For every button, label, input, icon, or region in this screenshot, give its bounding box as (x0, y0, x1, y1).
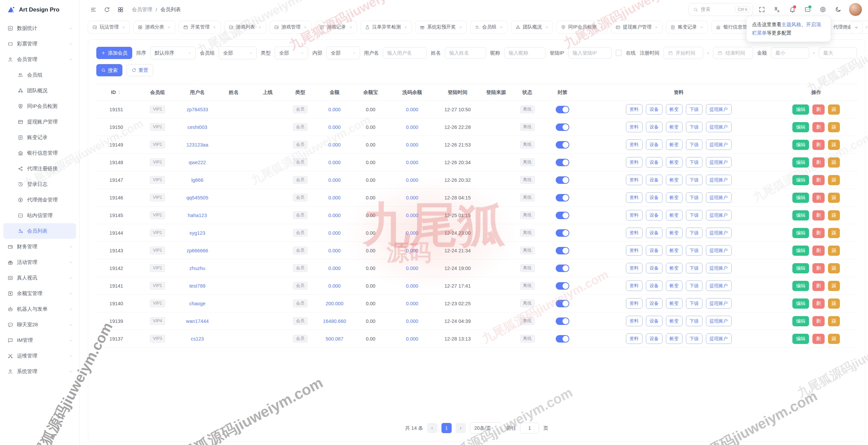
translate-icon[interactable]: 文A (771, 3, 784, 16)
sidebar-item-19[interactable]: 聊天室28 (3, 317, 76, 332)
username-link[interactable]: qq545505 (186, 195, 209, 200)
delete-button[interactable]: 删 (812, 334, 825, 344)
kick-button[interactable]: 踢 (828, 298, 840, 309)
withdraw-account-button[interactable]: 提现账户 (706, 122, 732, 132)
wash-amount[interactable]: 0.000 (406, 124, 418, 130)
sort-select[interactable]: 默认排序 (150, 46, 196, 59)
tab-close-icon[interactable] (258, 25, 262, 29)
delete-button[interactable]: 删 (812, 228, 825, 238)
balance-amount[interactable]: 500.087 (326, 336, 343, 342)
withdraw-account-button[interactable]: 提现账户 (706, 245, 732, 256)
amount-min-input[interactable] (771, 47, 809, 59)
tab-close-icon[interactable] (404, 25, 408, 29)
profile-button[interactable]: 资料 (626, 298, 643, 309)
delete-button[interactable]: 删 (812, 246, 825, 256)
wash-amount[interactable]: 0.000 (406, 301, 418, 306)
username-link[interactable]: zhuzhu (190, 266, 205, 271)
sidebar-item-8[interactable]: 银行信息管理 (3, 145, 76, 161)
balance-amount[interactable]: 0.000 (328, 142, 340, 148)
ban-toggle[interactable] (556, 335, 569, 343)
subordinate-button[interactable]: 下级 (686, 210, 703, 220)
tab-close-icon[interactable] (213, 25, 216, 29)
sidebar-item-18[interactable]: 机器人与发单 (3, 301, 76, 317)
amount-max-input[interactable] (819, 47, 857, 59)
ban-toggle[interactable] (556, 212, 569, 219)
kick-button[interactable]: 踢 (828, 104, 840, 115)
sidebar-item-2[interactable]: 会员管理 (3, 52, 76, 67)
kick-button[interactable]: 踢 (828, 157, 840, 168)
withdraw-account-button[interactable]: 提现账户 (706, 316, 732, 326)
account-change-button[interactable]: 帐变 (666, 192, 683, 203)
tab-close-icon[interactable] (167, 25, 171, 29)
subordinate-button[interactable]: 下级 (686, 175, 703, 185)
sidebar-item-10[interactable]: 登录日志 (3, 176, 76, 192)
tab-5[interactable]: 游戏记录 (315, 21, 357, 34)
tab-11[interactable]: 提现账户管理 (611, 21, 663, 34)
tab-10[interactable]: 同IP会员检测 (556, 21, 608, 34)
delete-button[interactable]: 删 (812, 263, 825, 273)
subordinate-button[interactable]: 下级 (686, 192, 703, 203)
subordinate-button[interactable]: 下级 (686, 245, 703, 256)
wash-amount[interactable]: 0.000 (406, 248, 418, 253)
sidebar-item-4[interactable]: 团队概况 (3, 83, 76, 98)
nickname-input[interactable] (504, 47, 546, 59)
sidebar-item-21[interactable]: 运维管理 (3, 348, 76, 364)
wash-amount[interactable]: 0.000 (406, 213, 418, 218)
sidebar-item-15[interactable]: 活动管理 (3, 254, 76, 270)
profile-button[interactable]: 资料 (626, 104, 643, 115)
kick-button[interactable]: 踢 (828, 210, 840, 220)
tab-7[interactable]: 系统彩预开奖 (415, 21, 467, 34)
sidebar-item-17[interactable]: 余额宝管理 (3, 286, 76, 301)
device-button[interactable]: 设备 (646, 298, 663, 309)
ban-toggle[interactable] (556, 123, 569, 131)
breadcrumb-parent[interactable]: 会员管理 (132, 6, 152, 13)
device-button[interactable]: 设备 (646, 210, 663, 220)
withdraw-account-button[interactable]: 提现账户 (706, 298, 732, 309)
account-change-button[interactable]: 帐变 (666, 263, 683, 273)
account-change-button[interactable]: 帐变 (666, 316, 683, 326)
ban-toggle[interactable] (556, 282, 569, 290)
profile-button[interactable]: 资料 (626, 280, 643, 291)
account-change-button[interactable]: 帐变 (666, 139, 683, 150)
ban-toggle[interactable] (556, 247, 569, 254)
subordinate-button[interactable]: 下级 (686, 139, 703, 150)
username-link[interactable]: zp666666 (186, 248, 208, 253)
device-button[interactable]: 设备 (646, 263, 663, 273)
search-button[interactable]: 搜索 (96, 64, 122, 76)
wash-amount[interactable]: 0.000 (406, 336, 418, 342)
refresh-icon[interactable] (101, 3, 113, 16)
kick-button[interactable]: 踢 (828, 140, 840, 150)
tab-close-icon[interactable] (599, 25, 603, 29)
withdraw-account-button[interactable]: 提现账户 (706, 228, 732, 238)
edit-button[interactable]: 编辑 (792, 298, 809, 309)
edit-button[interactable]: 编辑 (792, 122, 809, 132)
edit-button[interactable]: 编辑 (792, 140, 809, 150)
withdraw-account-button[interactable]: 提现账户 (706, 104, 732, 115)
apps-grid-icon[interactable] (114, 3, 126, 16)
username-link[interactable]: wan17444 (186, 318, 209, 324)
sidebar-item-11[interactable]: 代理佣金管理 (3, 192, 76, 208)
kick-button[interactable]: 踢 (828, 122, 840, 132)
tab-12[interactable]: 账变记录 (666, 21, 708, 34)
withdraw-account-button[interactable]: 提现账户 (706, 263, 732, 273)
username-link[interactable]: chaoge (189, 301, 205, 306)
prev-page-button[interactable] (427, 423, 437, 433)
balance-amount[interactable]: 0.000 (328, 195, 340, 200)
balance-amount[interactable]: 200.000 (326, 301, 343, 306)
withdraw-account-button[interactable]: 提现账户 (706, 175, 732, 185)
edit-button[interactable]: 编辑 (792, 210, 809, 220)
subordinate-button[interactable]: 下级 (686, 280, 703, 291)
balance-amount[interactable]: 0.000 (328, 160, 340, 165)
tabs-collapse-button[interactable] (850, 21, 863, 34)
ban-toggle[interactable] (556, 194, 569, 201)
delete-button[interactable]: 删 (812, 157, 825, 168)
profile-button[interactable]: 资料 (626, 175, 643, 185)
username-input[interactable] (383, 47, 427, 59)
ban-toggle[interactable] (556, 317, 569, 325)
username-link[interactable]: qwe222 (189, 160, 206, 165)
sidebar-item-20[interactable]: IM管理 (3, 332, 76, 348)
sidebar-item-6[interactable]: 提现账户管理 (3, 114, 76, 130)
sidebar-item-7[interactable]: 账变记录 (3, 130, 76, 145)
wash-amount[interactable]: 0.000 (406, 107, 418, 112)
kick-button[interactable]: 踢 (828, 228, 840, 238)
